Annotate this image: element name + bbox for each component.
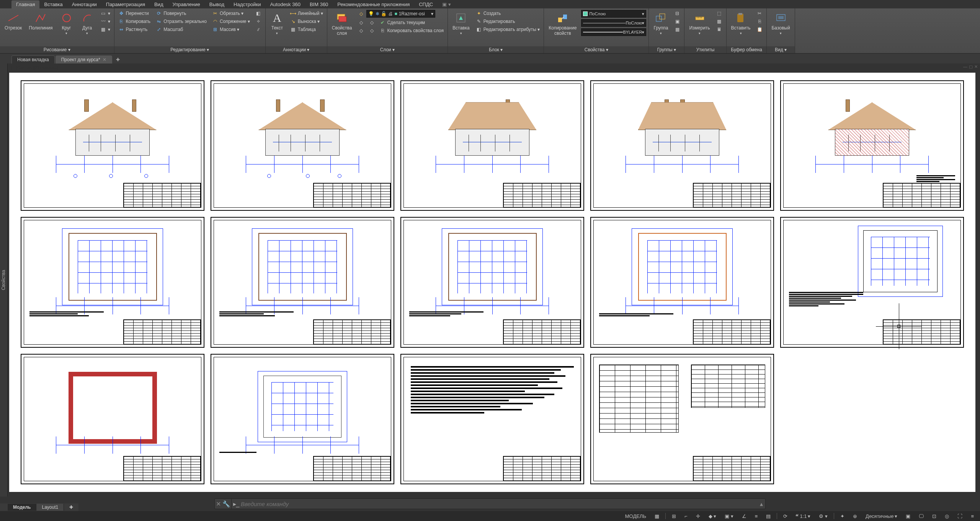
command-line[interactable]: ✕🔧 ▸_ ▴ — [214, 498, 766, 509]
group-button[interactable]: Группа▾ — [651, 10, 670, 37]
cycling-icon[interactable]: ⟳ — [781, 513, 790, 519]
layer-off-icon[interactable]: ◇ — [367, 19, 376, 26]
paste-spec-icon[interactable]: 📋 — [755, 26, 764, 33]
menu-main[interactable]: Главная — [11, 0, 39, 8]
grid-icon[interactable]: ▦ — [652, 513, 662, 519]
layer-selector[interactable]: 💡❄🔓🖨■1Razmer-osi▾ — [366, 10, 435, 18]
polyline-button[interactable]: Полилиния — [26, 10, 55, 37]
measure-button[interactable]: Измерить▾ — [687, 10, 712, 37]
isolate-icon[interactable]: ◎ — [942, 513, 951, 519]
lweight-icon[interactable]: ≡ — [753, 513, 760, 519]
panel-draw-title[interactable]: Рисование ▾ — [0, 46, 114, 53]
gear-icon[interactable]: ⚙ ▾ — [817, 513, 830, 519]
group-edit-icon[interactable]: ▣ — [673, 18, 682, 25]
snap-icon[interactable]: ⊞ — [670, 513, 678, 519]
annomonitor-icon[interactable]: ⊕ — [851, 513, 859, 519]
layer-lock-icon[interactable]: ◇ — [367, 27, 376, 34]
menu-focus-icon[interactable]: ▣ ▾ — [438, 0, 456, 8]
menu-bim360[interactable]: BIM 360 — [305, 0, 333, 8]
erase-icon[interactable]: ◧ — [254, 10, 263, 17]
menu-param[interactable]: Параметризация — [101, 0, 150, 8]
properties-palette-bar[interactable]: Свойства — [0, 63, 8, 497]
color-selector[interactable]: ПоСлою▾ — [581, 10, 646, 18]
menu-insert[interactable]: Вставка — [39, 0, 67, 8]
panel-block-title[interactable]: Блок ▾ — [448, 46, 544, 53]
command-input[interactable] — [241, 501, 758, 507]
menu-a360[interactable]: Autodesk 360 — [265, 0, 305, 8]
ungroup-icon[interactable]: ⊟ — [673, 10, 682, 17]
panel-props-title[interactable]: Свойства ▾ — [544, 46, 648, 53]
trim-button[interactable]: ✂Обрезать ▾ — [211, 10, 252, 17]
viewport-label[interactable]: [–][Сверху][2D-каркас] — [11, 65, 58, 70]
ortho-icon[interactable]: ⌐ — [682, 513, 690, 519]
cmd-tools-icon[interactable]: 🔧 — [222, 500, 230, 508]
make-current-button[interactable]: ✔Сделать текущим — [378, 19, 445, 26]
file-tab-start[interactable]: Новая вкладка — [11, 55, 55, 63]
cmd-expand-icon[interactable]: ▴ — [758, 500, 765, 508]
text-button[interactable]: AТекст▾ — [268, 10, 286, 37]
layer-prev-icon[interactable]: ◇ — [356, 27, 366, 34]
move-button[interactable]: ✥Перенести — [117, 10, 152, 17]
copy-button[interactable]: ⎘Копировать — [117, 18, 152, 25]
panel-annot-title[interactable]: Аннотации ▾ — [266, 46, 327, 53]
otrack-icon[interactable]: ∠ — [740, 513, 749, 519]
quickprops-icon[interactable]: ▣ — [903, 513, 913, 519]
polar-icon[interactable]: ✛ — [694, 513, 702, 519]
cut-icon[interactable]: ✂ — [755, 10, 764, 17]
offset-icon[interactable]: ⫽ — [254, 26, 263, 33]
lineweight-selector[interactable]: BYLAYER▾ — [581, 28, 646, 36]
menu-addins[interactable]: Надстройки — [229, 0, 265, 8]
close-icon[interactable]: ✕ — [103, 57, 106, 62]
isodraft-icon[interactable]: ◆ ▾ — [706, 513, 719, 519]
model-space[interactable] — [9, 73, 975, 492]
mirror-button[interactable]: ⇋Отразить зеркально — [154, 18, 208, 25]
menu-manage[interactable]: Управление — [168, 0, 204, 8]
cleanscreen-icon[interactable]: ⛶ — [955, 513, 965, 519]
layer-iso-icon[interactable]: ◇ — [356, 19, 366, 26]
viewport-controls[interactable]: —▢✕ — [963, 64, 978, 69]
copy-clip-icon[interactable]: ⎘ — [755, 18, 764, 25]
copy-layerprops-button[interactable]: ⎘Копировать свойства слоя — [378, 27, 445, 34]
osnap-icon[interactable]: ▣ ▾ — [722, 513, 736, 519]
panel-groups-title[interactable]: Группы ▾ — [649, 46, 684, 53]
transparency-icon[interactable]: ▤ — [764, 513, 773, 519]
layer-props-button[interactable]: Свойства слоя — [330, 10, 354, 37]
group-sel-icon[interactable]: ▦ — [673, 26, 682, 33]
dim-linear-button[interactable]: ⟷Линейный ▾ — [289, 10, 325, 17]
leader-button[interactable]: ↘Выноска ▾ — [289, 18, 325, 25]
arc-button[interactable]: Дуга▾ — [78, 10, 96, 37]
hatch-icon[interactable]: ▦▾ — [99, 26, 112, 33]
panel-clip-title[interactable]: Буфер обмена — [727, 46, 767, 53]
insert-block-button[interactable]: Вставка▾ — [450, 10, 472, 37]
menu-output[interactable]: Вывод — [205, 0, 229, 8]
panel-layers-title[interactable]: Слои ▾ — [327, 46, 448, 53]
paste-button[interactable]: Вставить▾ — [729, 10, 753, 37]
edit-block-button[interactable]: ✎Редактировать — [474, 18, 542, 25]
menu-view[interactable]: Вид — [150, 0, 168, 8]
close-cmd-icon[interactable]: ✕ — [216, 500, 221, 508]
stretch-button[interactable]: ⇔Растянуть — [117, 26, 152, 33]
explode-icon[interactable]: ✧ — [254, 18, 263, 25]
scale-button[interactable]: ⤢Масштаб — [154, 26, 208, 33]
base-view-button[interactable]: Базовый▾ — [769, 10, 792, 37]
rotate-button[interactable]: ⟳Повернуть — [154, 10, 208, 17]
line-button[interactable]: Отрезок — [2, 10, 24, 37]
fillet-button[interactable]: ◠Сопряжение ▾ — [211, 18, 252, 25]
linetype-selector[interactable]: ПоСлою▾ — [581, 19, 646, 27]
annoscale-icon[interactable]: 🙶 1:1 ▾ — [794, 513, 813, 519]
panel-modify-title[interactable]: Редактирование ▾ — [114, 46, 265, 53]
units-button[interactable]: Десятичные ▾ — [863, 513, 900, 519]
menu-annot[interactable]: Аннотации — [67, 0, 101, 8]
layer-filter-icon[interactable]: ◇ — [356, 10, 366, 18]
edit-attr-button[interactable]: ◧Редактировать атрибуты ▾ — [474, 26, 542, 33]
menu-featured[interactable]: Рекомендованные приложения — [333, 0, 414, 8]
spline-icon[interactable]: 〰▾ — [99, 18, 112, 25]
workspace-icon[interactable]: ✦ — [838, 513, 847, 519]
circle-button[interactable]: Круг▾ — [57, 10, 76, 37]
lock-ui-icon[interactable]: 🖵 — [916, 513, 926, 519]
customize-icon[interactable]: ≡ — [969, 513, 976, 519]
table-button[interactable]: ▦Таблица — [289, 26, 325, 33]
model-space-button[interactable]: МОДЕЛЬ — [623, 513, 648, 519]
rect-icon[interactable]: ▭▾ — [99, 10, 112, 17]
hw-accel-icon[interactable]: ⊡ — [930, 513, 939, 519]
